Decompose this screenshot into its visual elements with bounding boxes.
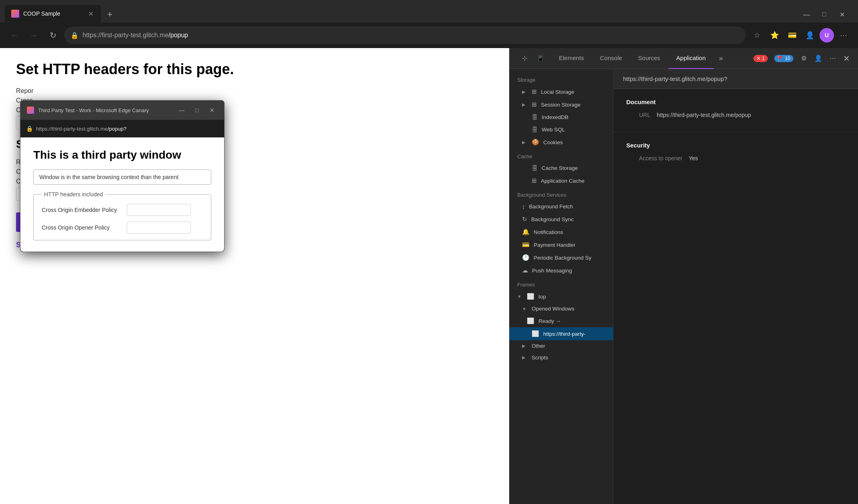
maximize-button[interactable]: □ bbox=[816, 6, 832, 22]
bg-services-section-label: Background Services bbox=[509, 187, 613, 200]
sidebar-item-third-party[interactable]: ⬜ https://third-party- bbox=[509, 327, 613, 340]
devtools-main-panel: https://third-party-test.glitch.me/popup… bbox=[613, 69, 858, 504]
sidebar-label-scripts: Scripts bbox=[532, 355, 608, 361]
info-badge[interactable]: 🚩 10 bbox=[774, 55, 793, 62]
devtools-settings-button[interactable]: ⚙ bbox=[797, 51, 811, 66]
lock-icon: 🔒 bbox=[71, 32, 79, 39]
page-title: Set HTTP headers for this page. bbox=[16, 61, 241, 78]
popup-body: This is a third party window Window is i… bbox=[20, 137, 224, 252]
sidebar-item-other[interactable]: ▶ Other bbox=[509, 340, 613, 352]
sidebar-item-websql[interactable]: 🗄 Web SQL bbox=[509, 123, 613, 136]
tabs-area: COOP Sample ✕ + — □ ✕ bbox=[0, 0, 858, 22]
popup-heading: This is a third party window bbox=[33, 149, 211, 161]
sidebar-label-session-storage: Session Storage bbox=[541, 102, 608, 108]
devtools-badges: ✕ 1 🚩 10 bbox=[750, 55, 797, 62]
devtools-close-button[interactable]: ✕ bbox=[840, 54, 853, 63]
sidebar-label-push-messaging: Push Messaging bbox=[532, 268, 608, 274]
sidebar-item-notifications[interactable]: 🔔 Notifications bbox=[509, 226, 613, 238]
profile-button[interactable]: 👤 bbox=[802, 27, 818, 43]
devtools-body: Storage ▶ ⊞ Local Storage ▶ ⊞ Session St… bbox=[509, 69, 858, 504]
sidebar-item-frames-top[interactable]: ▼ ⬜ top bbox=[509, 290, 613, 303]
forward-button[interactable]: → bbox=[26, 27, 42, 43]
security-section-title: Security bbox=[626, 142, 845, 149]
sidebar-item-local-storage[interactable]: ▶ ⊞ Local Storage bbox=[509, 85, 613, 98]
sidebar-item-scripts[interactable]: ▶ Scripts bbox=[509, 352, 613, 363]
sidebar-item-payment-handler[interactable]: 💳 Payment Handler bbox=[509, 238, 613, 251]
address-bar[interactable]: 🔒 https://first-party-test.glitch.me/pop… bbox=[64, 26, 746, 44]
address-text: https://first-party-test.glitch.me/popup bbox=[83, 32, 739, 39]
popup-field-label-2: Cross Origin Opener Policy bbox=[42, 224, 122, 231]
page-content: Set HTTP headers for this page. Repor Cr… bbox=[0, 48, 509, 504]
error-badge[interactable]: ✕ 1 bbox=[753, 55, 768, 62]
sidebar-item-cache-storage[interactable]: 🗄 Cache Storage bbox=[509, 162, 613, 174]
sidebar-item-ready[interactable]: ⬜ Ready → bbox=[509, 314, 613, 327]
devtools-icon-group: ⊹ 📱 bbox=[514, 51, 551, 66]
sidebar-label-local-storage: Local Storage bbox=[541, 89, 608, 95]
sidebar-label-cache-storage: Cache Storage bbox=[542, 165, 608, 171]
popup-close-button[interactable]: ✕ bbox=[206, 105, 218, 116]
active-tab[interactable]: COOP Sample ✕ bbox=[5, 5, 101, 22]
sidebar-label-periodic-bg-sync: Periodic Background Sy bbox=[534, 255, 608, 261]
sidebar-label-indexeddb: IndexedDB bbox=[542, 114, 608, 120]
back-button[interactable]: ← bbox=[6, 27, 22, 43]
main-content: Set HTTP headers for this page. Repor Cr… bbox=[0, 48, 858, 504]
sidebar-label-other: Other bbox=[532, 343, 608, 349]
document-url-row: URL https://third-party-test.glitch.me/p… bbox=[626, 112, 845, 118]
popup-maximize-button[interactable]: □ bbox=[191, 105, 202, 116]
minimize-button[interactable]: — bbox=[799, 6, 815, 22]
sidebar-item-application-cache[interactable]: ⊞ Application Cache bbox=[509, 174, 613, 187]
tab-close-button[interactable]: ✕ bbox=[87, 10, 95, 18]
sidebar-item-indexeddb[interactable]: 🗄 IndexedDB bbox=[509, 111, 613, 123]
favorites-button[interactable]: ☆ bbox=[749, 27, 765, 43]
bg-fetch-icon: ↕ bbox=[522, 203, 525, 210]
app-cache-icon: ⊞ bbox=[532, 177, 537, 184]
more-tabs-button[interactable]: » bbox=[714, 51, 728, 66]
browser-close-button[interactable]: ✕ bbox=[834, 6, 850, 22]
devtools-profile-button[interactable]: 👤 bbox=[811, 51, 826, 66]
sidebar-item-bg-sync[interactable]: ↻ Background Sync bbox=[509, 213, 613, 226]
popup-fieldset: HTTP headers included Cross Origin Embed… bbox=[33, 191, 211, 240]
sidebar-item-periodic-bg-sync[interactable]: 🕐 Periodic Background Sy bbox=[509, 251, 613, 264]
storage-section-label: Storage bbox=[509, 72, 613, 85]
frames-section-label: Frames bbox=[509, 277, 613, 290]
access-to-opener-label: Access to opener bbox=[626, 155, 682, 161]
popup-field-input-2[interactable] bbox=[127, 222, 191, 234]
expand-arrow-cookies: ▶ bbox=[522, 140, 528, 145]
sidebar-item-push-messaging[interactable]: ☁ Push Messaging bbox=[509, 264, 613, 277]
sidebar-item-cookies[interactable]: ▶ 🍪 Cookies bbox=[509, 136, 613, 149]
sidebar-item-bg-fetch[interactable]: ↕ Background Fetch bbox=[509, 200, 613, 213]
collections-button[interactable]: ⭐ bbox=[767, 27, 783, 43]
tab-favicon bbox=[11, 10, 19, 18]
popup-minimize-button[interactable]: — bbox=[176, 105, 187, 116]
new-tab-button[interactable]: + bbox=[102, 6, 118, 22]
expand-arrow-session-storage: ▶ bbox=[522, 102, 528, 107]
sidebar-label-top: top bbox=[538, 294, 608, 300]
sidebar-label-third-party: https://third-party- bbox=[543, 331, 608, 337]
popup-favicon bbox=[27, 107, 34, 114]
devtools-more-button[interactable]: ⋯ bbox=[826, 51, 840, 66]
websql-icon: 🗄 bbox=[532, 126, 538, 133]
report-label: Repor bbox=[16, 87, 493, 95]
user-avatar[interactable]: U bbox=[820, 28, 834, 42]
popup-field-input-1[interactable] bbox=[127, 204, 191, 216]
tab-title: COOP Sample bbox=[23, 10, 83, 17]
wallet-button[interactable]: 💳 bbox=[784, 27, 800, 43]
devtools-document-section: Document URL https://third-party-test.gl… bbox=[613, 89, 858, 132]
tab-console[interactable]: Console bbox=[592, 48, 630, 69]
expand-arrow-local-storage: ▶ bbox=[522, 89, 528, 95]
devtools-tabs: ⊹ 📱 Elements Console Sources Application… bbox=[509, 48, 858, 69]
sidebar-item-session-storage[interactable]: ▶ ⊞ Session Storage bbox=[509, 98, 613, 111]
devtools-device-icon[interactable]: 📱 bbox=[533, 51, 548, 66]
popup-titlebar: Third Party Test - Work - Microsoft Edge… bbox=[20, 101, 224, 120]
tab-application[interactable]: Application bbox=[668, 48, 714, 69]
popup-field-label-1: Cross Origin Embedder Policy bbox=[42, 207, 122, 213]
tab-sources[interactable]: Sources bbox=[630, 48, 668, 69]
devtools-cursor-icon[interactable]: ⊹ bbox=[517, 51, 532, 66]
popup-addressbar: 🔒 https://third-party-test.glitch.me/pop… bbox=[20, 120, 224, 137]
access-to-opener-row: Access to opener Yes bbox=[626, 155, 845, 161]
url-value: https://third-party-test.glitch.me/popup bbox=[657, 112, 751, 118]
reload-button[interactable]: ↻ bbox=[45, 27, 61, 43]
sidebar-item-opened-windows[interactable]: ▼ Opened Windows bbox=[509, 303, 613, 314]
tab-elements[interactable]: Elements bbox=[551, 48, 592, 69]
settings-menu-button[interactable]: ⋯ bbox=[836, 27, 852, 43]
